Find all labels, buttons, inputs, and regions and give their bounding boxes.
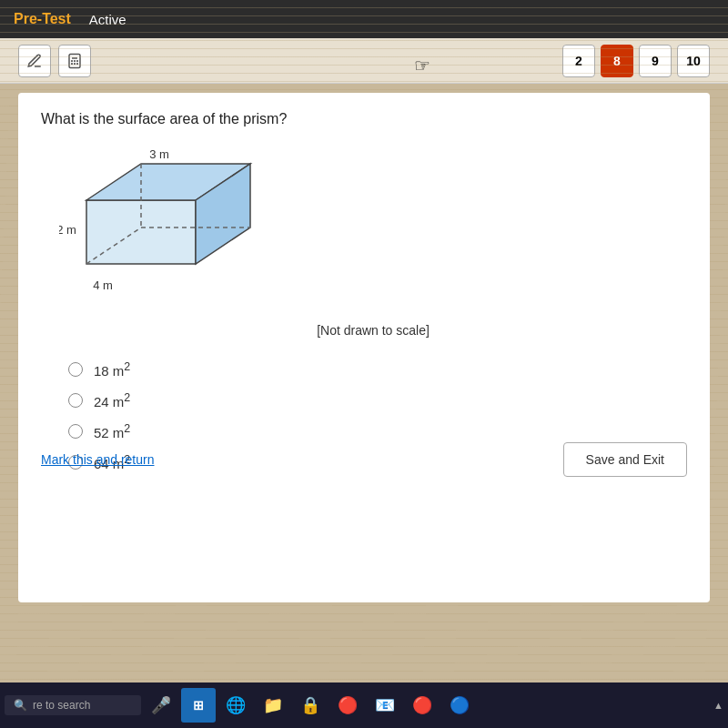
taskbar-monitor[interactable]: ⊞	[181, 688, 216, 723]
radio-2[interactable]	[68, 393, 83, 408]
prism-diagram: 3 m 2 m 4 m	[59, 146, 296, 309]
active-label: Active	[89, 12, 126, 27]
taskbar-chrome[interactable]: 🔴	[330, 688, 365, 723]
svg-text:2 m: 2 m	[59, 223, 76, 237]
option-text-2: 24 m2	[94, 391, 130, 410]
taskbar-ie[interactable]: 🌐	[218, 688, 253, 723]
calculator-tool-btn[interactable]	[58, 45, 91, 77]
svg-text:4 m: 4 m	[93, 278, 113, 292]
question-nav: 2 8 9 10	[562, 45, 710, 77]
taskbar-mic[interactable]: 🎤	[144, 688, 178, 723]
content-area: What is the surface area of the prism? 3…	[18, 93, 710, 602]
option-text-1: 18 m2	[94, 360, 130, 379]
option-row-1[interactable]: 18 m2	[68, 360, 687, 379]
svg-marker-8	[86, 200, 196, 264]
mark-return-button[interactable]: Mark this and return	[41, 452, 155, 467]
save-exit-button[interactable]: Save and Exit	[563, 442, 687, 477]
taskbar-lock[interactable]: 🔒	[293, 688, 328, 723]
taskbar-red-dot[interactable]: 🔴	[405, 688, 440, 723]
radio-1[interactable]	[68, 362, 83, 377]
search-icon: 🔍	[14, 699, 27, 712]
top-bar: Pre-Test Active	[0, 0, 728, 38]
nav-btn-9[interactable]: 9	[639, 45, 672, 77]
taskbar-explorer[interactable]: 📁	[256, 688, 290, 723]
nav-bar: 2 8 9 10	[0, 38, 728, 84]
pencil-tool-btn[interactable]	[18, 45, 51, 77]
taskbar: 🔍 re to search 🎤 ⊞ 🌐 📁 🔒 🔴 📧 🔴 🔵 ▲	[0, 682, 728, 728]
search-placeholder: re to search	[33, 699, 90, 712]
question-text: What is the surface area of the prism?	[41, 111, 687, 127]
taskbar-right: ▲	[713, 700, 723, 711]
svg-text:3 m: 3 m	[149, 147, 169, 161]
not-to-scale-label: [Not drawn to scale]	[59, 323, 687, 338]
search-bar[interactable]: 🔍 re to search	[5, 695, 141, 715]
pre-test-label: Pre-Test	[14, 11, 71, 27]
nav-btn-8[interactable]: 8	[601, 45, 633, 77]
nav-btn-10[interactable]: 10	[677, 45, 710, 77]
taskbar-blue-dot[interactable]: 🔵	[442, 688, 477, 723]
bottom-actions: Mark this and return Save and Exit	[18, 435, 710, 484]
nav-btn-2[interactable]: 2	[562, 45, 595, 77]
taskbar-time: ▲	[713, 700, 723, 711]
taskbar-mail[interactable]: 📧	[368, 688, 402, 723]
option-row-2[interactable]: 24 m2	[68, 391, 687, 410]
left-tools	[18, 45, 91, 77]
